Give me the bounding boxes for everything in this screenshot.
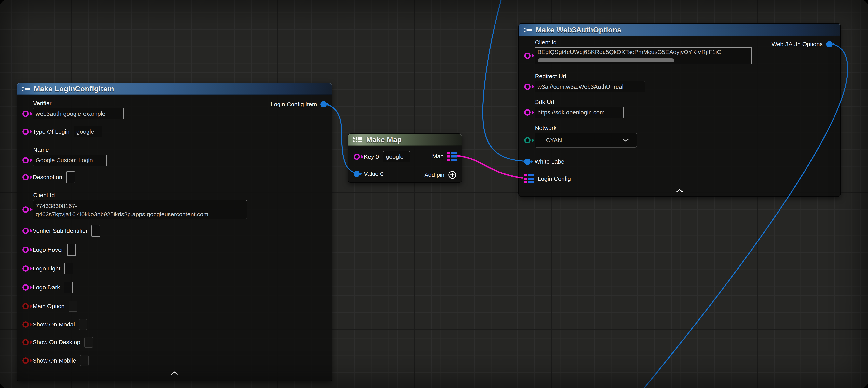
type-of-login-pin[interactable] xyxy=(23,128,29,135)
show-on-mobile-pin[interactable] xyxy=(23,357,29,364)
field-type-of-login: Type Of Login google xyxy=(23,126,102,138)
field-white-label: White Label xyxy=(524,158,566,165)
key-0-input[interactable]: google xyxy=(383,151,410,162)
login-config-item-output-pin[interactable] xyxy=(320,101,327,108)
show-on-modal-checkbox[interactable] xyxy=(79,319,87,330)
network-pin[interactable] xyxy=(524,137,531,143)
node-title: Make Map xyxy=(366,136,402,144)
field-verifier-sub-identifier: Verifier Sub Identifier xyxy=(23,225,100,237)
client-id-pin[interactable] xyxy=(524,53,531,59)
logo-dark-input[interactable] xyxy=(64,281,72,293)
logo-hover-pin[interactable] xyxy=(23,247,29,253)
client-id-input[interactable]: BEglQSgt4cUWcj6SKRdu5QkOXTsePmMcusG5EAoy… xyxy=(534,47,752,64)
chevron-up-icon xyxy=(171,371,178,375)
redirect-url-pin[interactable] xyxy=(524,84,531,90)
node-make-web3auth-options[interactable]: Make Web3AuthOptions Web 3Auth Options C… xyxy=(518,23,841,197)
main-option-pin[interactable] xyxy=(23,303,29,309)
collapse-node-button[interactable] xyxy=(676,189,683,193)
description-input[interactable] xyxy=(66,171,75,183)
collapse-node-button[interactable] xyxy=(171,371,178,376)
field-redirect-url: Redirect Url w3a://com.w3a.Web3AuthUnrea… xyxy=(524,73,645,92)
node-title: Make Web3AuthOptions xyxy=(536,26,621,34)
node-make-login-config-item[interactable]: Make LoginConfigItem Login Config Item V… xyxy=(17,83,332,382)
field-login-config: Login Config xyxy=(524,174,571,183)
chevron-up-icon xyxy=(676,189,683,192)
node-header[interactable]: Make LoginConfigItem xyxy=(17,83,332,95)
output-pin-label: Login Config Item xyxy=(271,101,317,108)
name-pin[interactable] xyxy=(23,157,29,163)
verifier-sub-identifier-pin[interactable] xyxy=(23,228,29,234)
field-name: Name Google Custom Login xyxy=(23,147,107,166)
field-value-0: Value 0 xyxy=(353,171,383,177)
make-struct-icon xyxy=(21,86,30,92)
field-network: Network CYAN xyxy=(524,125,637,148)
make-map-icon xyxy=(352,137,363,143)
show-on-modal-pin[interactable] xyxy=(23,321,29,328)
logo-light-pin[interactable] xyxy=(23,265,29,272)
blueprint-graph-canvas[interactable]: Make LoginConfigItem Login Config Item V… xyxy=(0,0,868,388)
node-title: Make LoginConfigItem xyxy=(34,85,114,93)
sdk-url-input[interactable]: https://sdk.openlogin.com xyxy=(534,107,624,118)
show-on-mobile-checkbox[interactable] xyxy=(80,355,89,366)
node-make-map[interactable]: Make Map Key 0 google Map Value 0 Add pi… xyxy=(348,133,462,183)
field-description: Description xyxy=(23,171,75,183)
node-header[interactable]: Make Web3AuthOptions xyxy=(519,24,840,36)
add-pin-icon xyxy=(448,171,457,179)
wire-map-to-login-config[interactable] xyxy=(457,156,523,178)
add-pin-button[interactable]: Add pin xyxy=(424,171,457,179)
show-on-desktop-pin[interactable] xyxy=(23,339,29,346)
value-0-pin[interactable] xyxy=(353,171,360,177)
client-id-scrollbar[interactable] xyxy=(538,58,674,62)
field-show-on-desktop: Show On Desktop xyxy=(23,337,93,348)
verifier-pin[interactable] xyxy=(23,111,29,117)
logo-light-input[interactable] xyxy=(64,263,73,274)
field-show-on-modal: Show On Modal xyxy=(23,319,87,330)
logo-dark-pin[interactable] xyxy=(23,284,29,291)
redirect-url-input[interactable]: w3a://com.w3a.Web3AuthUnreal xyxy=(534,81,645,92)
output-pin-label: Web 3Auth Options xyxy=(771,41,823,48)
verifier-sub-identifier-input[interactable] xyxy=(91,225,100,237)
type-of-login-input[interactable]: google xyxy=(73,126,102,138)
client-id-input[interactable]: 774338308167-q463s7kpvja16l4l0kko3nb925i… xyxy=(33,200,247,219)
field-client-id: Client Id BEglQSgt4cUWcj6SKRdu5QkOXTsePm… xyxy=(524,39,752,64)
make-struct-icon xyxy=(523,27,532,33)
name-input[interactable]: Google Custom Login xyxy=(33,155,107,166)
field-key-0: Key 0 google xyxy=(353,151,410,162)
login-config-map-pin[interactable] xyxy=(524,174,534,183)
field-verifier: Verifier web3auth-google-example xyxy=(23,100,124,119)
network-dropdown[interactable]: CYAN xyxy=(534,133,637,148)
web3auth-options-output-pin[interactable] xyxy=(826,41,833,47)
field-logo-hover: Logo Hover xyxy=(23,244,76,256)
node-header[interactable]: Make Map xyxy=(348,134,462,146)
description-pin[interactable] xyxy=(23,174,29,180)
map-output-label: Map xyxy=(432,153,444,160)
field-logo-dark: Logo Dark xyxy=(23,281,72,293)
field-sdk-url: Sdk Url https://sdk.openlogin.com xyxy=(524,98,624,118)
show-on-desktop-checkbox[interactable] xyxy=(84,337,93,348)
field-client-id: Client Id 774338308167-q463s7kpvja16l4l0… xyxy=(23,192,247,219)
client-id-pin[interactable] xyxy=(23,206,29,213)
network-selected-value: CYAN xyxy=(546,137,562,144)
verifier-input[interactable]: web3auth-google-example xyxy=(33,108,124,119)
main-option-checkbox[interactable] xyxy=(69,301,77,312)
field-logo-light: Logo Light xyxy=(23,263,73,274)
field-show-on-mobile: Show On Mobile xyxy=(23,355,89,366)
sdk-url-pin[interactable] xyxy=(524,109,531,116)
field-main-option: Main Option xyxy=(23,301,77,312)
key-0-pin[interactable] xyxy=(353,154,360,160)
chevron-down-icon xyxy=(623,139,629,142)
logo-hover-input[interactable] xyxy=(67,244,76,256)
white-label-pin[interactable] xyxy=(524,158,531,165)
map-output-pin[interactable] xyxy=(447,152,457,161)
